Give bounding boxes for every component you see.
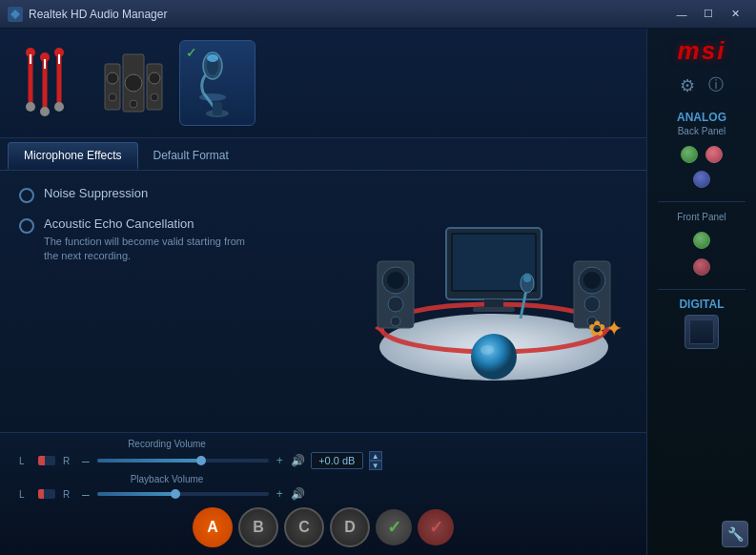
front-panel-label: Front Panel bbox=[647, 212, 756, 222]
connector-blue[interactable] bbox=[693, 171, 710, 188]
button-check-red[interactable]: ✓ bbox=[418, 509, 454, 545]
svg-point-6 bbox=[40, 107, 50, 116]
analog-label: ANALOG bbox=[647, 111, 756, 124]
svg-rect-13 bbox=[105, 64, 120, 110]
recording-volume-label: Recording Volume bbox=[119, 439, 215, 449]
svg-point-34 bbox=[387, 272, 404, 289]
recording-r-label: R bbox=[63, 456, 74, 466]
effects-panel: Noise Suppression Acoustic Echo Cancella… bbox=[0, 171, 646, 432]
playback-slider[interactable] bbox=[97, 492, 269, 496]
back-panel-label: Back Panel bbox=[647, 126, 756, 136]
db-down-arrow[interactable]: ▼ bbox=[369, 461, 382, 470]
svg-rect-27 bbox=[213, 102, 222, 115]
playback-speaker-icon: 🔊 bbox=[291, 487, 305, 501]
db-arrows: ▲ ▼ bbox=[369, 451, 382, 470]
connector-green[interactable] bbox=[681, 146, 698, 163]
device-microphone[interactable]: ✓ bbox=[179, 40, 255, 126]
recording-speaker-icon: 🔊 bbox=[291, 454, 305, 467]
recording-slider[interactable] bbox=[97, 459, 269, 462]
device-speakers[interactable] bbox=[95, 40, 172, 126]
playback-minus: – bbox=[82, 486, 90, 502]
svg-point-3 bbox=[26, 102, 35, 112]
svg-point-9 bbox=[54, 102, 64, 112]
back-panel-connectors-2 bbox=[693, 171, 710, 188]
svg-point-18 bbox=[130, 100, 137, 108]
svg-point-25 bbox=[199, 93, 226, 101]
svg-point-15 bbox=[109, 93, 116, 101]
settings-wrench-button[interactable]: 🔧 bbox=[722, 521, 748, 547]
svg-point-39 bbox=[583, 272, 601, 289]
recording-plus: + bbox=[276, 454, 283, 467]
title-bar: Realtek HD Audio Manager — ☐ ✕ bbox=[0, 0, 756, 29]
playback-volume-row: L R – + 🔊 bbox=[11, 486, 635, 502]
svg-point-17 bbox=[125, 74, 142, 92]
connector-pink[interactable] bbox=[705, 146, 723, 163]
recording-l-label: L bbox=[19, 456, 31, 466]
svg-rect-19 bbox=[147, 64, 162, 110]
front-panel-connectors bbox=[693, 232, 710, 249]
window-title: Realtek HD Audio Manager bbox=[29, 8, 668, 21]
bottom-controls: Recording Volume L R – + 🔊 +0.0 dB ▲ ▼ bbox=[0, 432, 646, 555]
front-panel-connectors-2 bbox=[693, 258, 710, 276]
playback-r-label: R bbox=[63, 489, 74, 500]
playback-volume-label: Playback Volume bbox=[119, 474, 215, 484]
device-row: ✓ bbox=[0, 29, 646, 138]
button-d[interactable]: D bbox=[330, 507, 370, 547]
digital-section: DIGITAL bbox=[647, 298, 756, 311]
tab-microphone-effects[interactable]: Microphone Effects bbox=[8, 142, 138, 170]
button-a[interactable]: A bbox=[193, 507, 233, 547]
digital-label: DIGITAL bbox=[647, 298, 756, 311]
close-button[interactable]: ✕ bbox=[722, 5, 748, 24]
app-icon bbox=[8, 7, 23, 22]
sidebar: msi ⚙ ⓘ ANALOG Back Panel Front Panel bbox=[646, 29, 756, 555]
visualization-area bbox=[360, 180, 627, 390]
db-up-arrow[interactable]: ▲ bbox=[369, 451, 382, 461]
device-rca[interactable] bbox=[11, 40, 88, 126]
svg-point-51 bbox=[480, 345, 494, 355]
tab-default-format[interactable]: Default Format bbox=[138, 142, 244, 170]
svg-point-35 bbox=[388, 297, 403, 312]
svg-point-50 bbox=[471, 334, 517, 380]
playback-plus: + bbox=[276, 487, 283, 501]
digital-connector[interactable] bbox=[684, 315, 719, 349]
divider-1 bbox=[658, 201, 745, 202]
back-panel-connectors bbox=[681, 146, 723, 163]
divider-2 bbox=[658, 289, 745, 290]
front-connector-pink[interactable] bbox=[693, 258, 710, 276]
svg-point-14 bbox=[107, 72, 118, 84]
minimize-button[interactable]: — bbox=[668, 5, 695, 24]
front-panel-section: Front Panel bbox=[647, 210, 756, 222]
action-buttons: A B C D ✓ ✓ bbox=[11, 507, 635, 547]
db-display: +0.0 dB bbox=[311, 452, 363, 469]
maximize-button[interactable]: ☐ bbox=[695, 5, 722, 24]
tabs-container: Microphone Effects Default Format bbox=[0, 142, 646, 171]
gear-icon[interactable]: ⚙ bbox=[680, 75, 695, 99]
fan-icon: ✿✦ bbox=[588, 317, 623, 341]
analog-section: ANALOG Back Panel bbox=[647, 111, 756, 136]
noise-suppression-label: Noise Suppression bbox=[44, 186, 148, 200]
acoustic-echo-radio[interactable] bbox=[19, 218, 34, 234]
info-icon[interactable]: ⓘ bbox=[708, 75, 724, 95]
main-container: ✓ Microphone Effects Default Format Nois… bbox=[0, 29, 756, 555]
svg-point-40 bbox=[584, 297, 600, 312]
playback-l-label: L bbox=[19, 489, 31, 500]
button-check-green[interactable]: ✓ bbox=[376, 509, 412, 545]
svg-rect-46 bbox=[473, 307, 515, 312]
active-checkmark: ✓ bbox=[186, 45, 197, 60]
recording-minus: – bbox=[82, 453, 90, 468]
acoustic-echo-label: Acoustic Echo Cancellation bbox=[44, 216, 245, 231]
button-c[interactable]: C bbox=[284, 507, 324, 547]
content-area: ✓ Microphone Effects Default Format Nois… bbox=[0, 29, 646, 555]
recording-volume-row: L R – + 🔊 +0.0 dB ▲ ▼ bbox=[11, 451, 635, 470]
msi-logo: msi bbox=[678, 36, 726, 66]
svg-point-20 bbox=[149, 72, 160, 84]
svg-point-21 bbox=[151, 93, 158, 101]
button-b[interactable]: B bbox=[238, 507, 278, 547]
digital-connector-inner bbox=[689, 319, 714, 344]
acoustic-echo-desc: The function will become valid starting … bbox=[44, 235, 245, 264]
noise-suppression-radio[interactable] bbox=[19, 188, 34, 203]
svg-point-49 bbox=[523, 275, 531, 282]
svg-point-36 bbox=[391, 317, 400, 326]
front-connector-green[interactable] bbox=[693, 232, 710, 249]
